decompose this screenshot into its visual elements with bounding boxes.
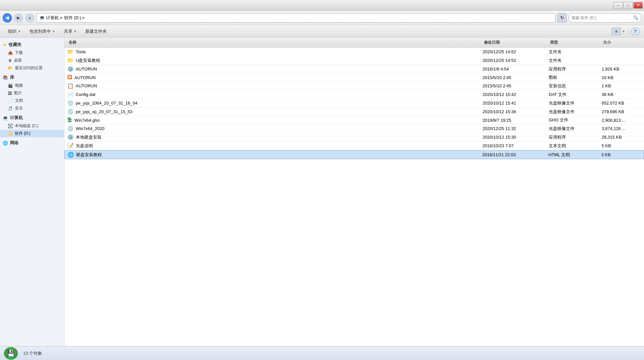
view-options-button[interactable]: ≡ <box>612 27 621 35</box>
up-button[interactable]: ▲ <box>25 13 34 22</box>
sidebar-item-pictures[interactable]: 🖼 图片 <box>0 89 64 97</box>
column-name[interactable]: 名称 <box>67 39 483 46</box>
sidebar-desktop-label: 桌面 <box>14 58 22 63</box>
file-type: 文件夹 <box>549 58 602 64</box>
main-container: ★ 收藏夹 📥 下载 🖥 桌面 📂 最近访问的位置 📚 库 <box>0 38 644 346</box>
txt-icon: 📝 <box>67 143 74 149</box>
sidebar-favorites-header[interactable]: ★ 收藏夹 <box>0 40 64 49</box>
file-modified: 2020/10/12 15:42 <box>483 92 549 97</box>
sidebar-item-d-drive[interactable]: 📀 软件 (D:) <box>0 130 64 137</box>
sidebar-library-header[interactable]: 📚 库 <box>0 73 64 82</box>
favorites-star-icon: ★ <box>3 42 7 47</box>
include-in-library-button[interactable]: 包含到库中 ▼ <box>25 27 59 36</box>
toolbar-divider <box>628 27 628 35</box>
breadcrumb-separator-1: ▶ <box>60 16 63 20</box>
table-row[interactable]: 📄 Config.dat 2020/10/12 15:42 DAT 文件 36 … <box>64 90 644 99</box>
minimize-button[interactable]: ─ <box>614 2 623 9</box>
file-modified: 2020/10/12 15:30 <box>483 135 549 140</box>
file-modified: 2019/9/7 19:25 <box>483 118 549 123</box>
table-row[interactable]: 📝 光盘说明 2016/10/23 7:07 文本文档 5 KB <box>64 142 644 150</box>
sidebar-section-library: 📚 库 🎬 视频 🖼 图片 📄 文档 🎵 音乐 <box>0 73 64 112</box>
table-row[interactable]: 💿 pe_yqs_xp_20_07_31_15_53 2020/10/12 15… <box>64 108 644 116</box>
sidebar-downloads-label: 下载 <box>15 50 23 56</box>
exe-icon: ⚙️ <box>67 134 74 140</box>
sidebar-music-label: 音乐 <box>15 106 23 111</box>
share-label: 共享 <box>64 28 72 34</box>
table-row[interactable]: 📋 AUTORUN 2015/5/10 2:45 安装信息 1 KB <box>64 82 644 90</box>
file-type: 应用程序 <box>549 134 602 140</box>
search-bar: 🔍 <box>569 13 641 22</box>
file-type: 光盘映像文件 <box>549 100 602 106</box>
back-button[interactable]: ◀ <box>3 13 12 22</box>
table-row[interactable]: 💿 Win7x64_2020 2020/12/25 11:32 光盘映像文件 3… <box>64 124 644 133</box>
window-controls: ─ □ ✕ <box>614 2 643 9</box>
table-row[interactable]: 💿 pe_yqs_1064_20_07_31_16_04 2020/10/12 … <box>64 99 644 108</box>
file-name-cell: 📝 光盘说明 <box>67 143 483 149</box>
sidebar-network-header[interactable]: 🌐 网络 <box>0 139 64 147</box>
sidebar-computer-header[interactable]: 💻 计算机 <box>0 113 64 122</box>
file-modified: 2016/10/23 7:07 <box>483 143 549 148</box>
help-button[interactable]: ? <box>631 27 640 35</box>
file-modified: 2020/12/25 11:32 <box>483 126 549 131</box>
file-size: 5 KB <box>602 143 641 148</box>
share-button[interactable]: 共享 ▼ <box>60 27 81 36</box>
table-row[interactable]: 🌐 硬盘安装教程 2016/11/21 22:03 HTML 文档 3 KB <box>64 150 644 159</box>
sidebar-item-recent[interactable]: 📂 最近访问的位置 <box>0 64 64 72</box>
new-folder-button[interactable]: 新建文件夹 <box>81 27 111 36</box>
table-row[interactable]: ⚙️ 本地硬盘安装 2020/10/12 15:30 应用程序 28,315 K… <box>64 133 644 142</box>
sidebar-section-favorites: ★ 收藏夹 📥 下载 🖥 桌面 📂 最近访问的位置 <box>0 40 64 72</box>
file-modified: 2016/11/21 22:03 <box>482 152 548 157</box>
sidebar-section-network: 🌐 网络 <box>0 139 64 147</box>
file-name-cell: ⚙️ 本地硬盘安装 <box>67 134 483 140</box>
file-type: 图标 <box>549 74 602 80</box>
breadcrumb[interactable]: 💻 计算机 ▶ 软件 (D:) ▶ <box>36 13 555 22</box>
search-icon: 🔍 <box>633 15 638 20</box>
file-size: 10 KB <box>602 75 641 80</box>
table-row[interactable]: 🖼 AUTORUN 2015/5/10 2:45 图标 10 KB <box>64 73 644 82</box>
table-row[interactable]: 🗜 Win7x64.gho 2019/9/7 19:25 GHO 文件 2,90… <box>64 116 644 124</box>
sidebar-item-music[interactable]: 🎵 音乐 <box>0 105 64 112</box>
sidebar-computer-label: 计算机 <box>10 115 23 121</box>
sidebar-item-documents[interactable]: 📄 文档 <box>0 97 64 105</box>
file-modified: 2020/10/12 15:41 <box>483 101 549 106</box>
sidebar-item-c-drive[interactable]: 💽 本地磁盘 (C:) <box>0 122 64 130</box>
column-size[interactable]: 大小 <box>602 39 641 46</box>
sidebar-item-downloads[interactable]: 📥 下载 <box>0 49 64 57</box>
refresh-button[interactable]: ↻ <box>557 13 567 22</box>
search-input[interactable] <box>572 16 632 20</box>
maximize-button[interactable]: □ <box>623 2 633 9</box>
table-row[interactable]: 📁 Tools 2020/12/25 14:52 文件夹 <box>64 48 644 56</box>
file-name: 硬盘安装教程 <box>76 152 102 158</box>
organize-button[interactable]: 组织 ▼ <box>4 27 25 36</box>
music-icon: 🎵 <box>8 106 13 111</box>
table-row[interactable]: 📁 U盘安装教程 2020/12/25 14:52 文件夹 <box>64 56 644 65</box>
breadcrumb-computer[interactable]: 计算机 <box>46 15 59 21</box>
file-size: 3,874,126 ... <box>602 126 641 131</box>
file-type: 光盘映像文件 <box>549 109 602 115</box>
file-name-cell: 📄 Config.dat <box>67 91 483 98</box>
table-row[interactable]: ⚙️ AUTORUN 2016/1/8 4:54 应用程序 1,926 KB <box>64 65 644 73</box>
column-modified[interactable]: 修改日期 <box>483 39 549 46</box>
file-type: GHO 文件 <box>549 117 602 123</box>
video-icon: 🎬 <box>8 83 13 88</box>
breadcrumb-separator-2: ▶ <box>82 16 85 20</box>
desktop-icon: 🖥 <box>8 58 12 63</box>
file-size: 1 KB <box>602 83 641 88</box>
file-name: U盘安装教程 <box>76 58 100 64</box>
sidebar-d-drive-label: 软件 (D:) <box>15 131 30 136</box>
sidebar-item-desktop[interactable]: 🖥 桌面 <box>0 57 64 64</box>
toolbar: 组织 ▼ 包含到库中 ▼ 共享 ▼ 新建文件夹 ≡ ▼ ? <box>0 25 644 38</box>
sidebar-pictures-label: 图片 <box>14 90 22 96</box>
breadcrumb-drive[interactable]: 软件 (D:) <box>64 15 81 21</box>
sidebar-item-video[interactable]: 🎬 视频 <box>0 82 64 89</box>
close-button[interactable]: ✕ <box>633 2 643 9</box>
file-name: Config.dat <box>76 92 95 97</box>
breadcrumb-icon: 💻 <box>39 15 45 20</box>
folder-icon: 📁 <box>67 49 74 55</box>
column-type[interactable]: 类型 <box>549 39 602 46</box>
file-name-cell: 🗜 Win7x64.gho <box>67 117 483 123</box>
forward-button[interactable]: ▶ <box>14 13 23 22</box>
sidebar-recent-label: 最近访问的位置 <box>15 65 43 71</box>
img-icon: 🖼 <box>67 74 72 80</box>
folder-icon: 📁 <box>67 57 74 64</box>
